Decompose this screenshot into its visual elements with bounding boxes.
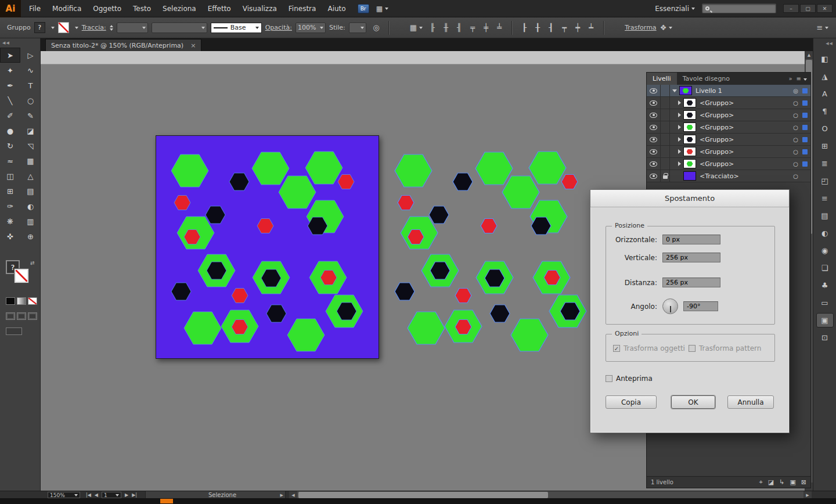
blend-tool[interactable]: ◐	[20, 199, 41, 214]
target-icon[interactable]: ○	[793, 124, 798, 131]
lock-toggle[interactable]	[661, 109, 670, 121]
expand-triangle-icon[interactable]	[678, 125, 681, 129]
zoom-tool[interactable]: ⊕	[20, 229, 41, 244]
field-input[interactable]: 256 px	[662, 253, 720, 262]
selection-indicator[interactable]	[802, 149, 808, 154]
black-hexagon[interactable]	[171, 283, 191, 300]
red-hexagon[interactable]	[338, 175, 354, 189]
distribute-center-icon[interactable]: ╂	[531, 22, 544, 34]
hand-tool[interactable]: ✜	[0, 229, 20, 244]
symbol-sprayer-tool[interactable]: ❋	[0, 214, 20, 229]
panel-opentype[interactable]: O	[816, 121, 834, 136]
selection-indicator[interactable]	[802, 161, 808, 167]
swap-fill-stroke-icon[interactable]: ⇄	[30, 260, 35, 266]
draw-behind-button[interactable]	[17, 312, 26, 320]
layer-name[interactable]: <Gruppo>	[700, 148, 793, 156]
target-icon[interactable]: ○	[793, 173, 798, 179]
perspective-grid-tool[interactable]: △	[20, 168, 41, 183]
black-hexagon-copy[interactable]	[395, 283, 415, 300]
checkbox-icon[interactable]	[606, 375, 612, 382]
green-hexagon[interactable]	[252, 152, 289, 185]
visibility-toggle[interactable]	[647, 170, 661, 182]
next-artboard-button[interactable]: ▶	[125, 492, 128, 498]
black-hexagon-copy[interactable]	[453, 173, 473, 190]
layer-row[interactable]: <Gruppo>○	[647, 146, 810, 158]
menu-file[interactable]: File	[23, 5, 46, 13]
green-hexagon[interactable]	[279, 176, 316, 208]
distribute-bottom-icon[interactable]: ┷	[585, 22, 597, 34]
align-bottom-icon[interactable]: ╧	[493, 22, 506, 34]
lock-toggle[interactable]	[661, 146, 670, 157]
paintbrush-tool[interactable]: ✐	[0, 108, 20, 123]
status-popup-icon[interactable]: ▶	[280, 493, 283, 498]
panel-graphic-styles[interactable]: ❏	[816, 261, 834, 275]
green-hexagon-copy[interactable]	[529, 152, 566, 184]
selection-indicator[interactable]	[802, 137, 808, 142]
field-input[interactable]: 256 px	[662, 278, 720, 287]
mesh-tool[interactable]: ⊞	[0, 183, 20, 199]
target-icon[interactable]: ○	[793, 112, 798, 118]
gradient-tool[interactable]: ▤	[20, 183, 41, 199]
taskbar-app-icon[interactable]	[160, 499, 173, 503]
target-icon[interactable]: ○	[793, 100, 798, 106]
red-hexagon-copy[interactable]	[481, 219, 497, 233]
menu-modifica[interactable]: Modifica	[46, 5, 87, 13]
layer-row[interactable]: <Gruppo>○	[647, 121, 810, 134]
menu-effetto[interactable]: Effetto	[202, 5, 237, 13]
green-hexagon-copy[interactable]	[511, 319, 548, 351]
layer-row[interactable]: <Gruppo>○	[647, 134, 810, 146]
panel-pathfinder[interactable]: ◰	[816, 174, 834, 188]
new-sublayer-icon[interactable]: ↳	[779, 478, 784, 486]
style-select[interactable]	[349, 23, 366, 33]
panel-links[interactable]: ⊡	[816, 330, 834, 345]
lock-toggle[interactable]	[661, 134, 670, 145]
lock-toggle[interactable]	[661, 97, 670, 109]
draw-normal-button[interactable]	[6, 312, 15, 320]
visibility-toggle[interactable]	[647, 109, 661, 121]
layer-name[interactable]: <Gruppo>	[700, 124, 793, 131]
pen-tool[interactable]: ✒	[0, 78, 20, 93]
stroke-swatch-none[interactable]	[15, 269, 28, 283]
black-hexagon[interactable]	[266, 305, 286, 322]
green-hexagon[interactable]	[184, 312, 221, 344]
opacity-select[interactable]: 100%	[296, 23, 326, 33]
green-hexagon[interactable]	[305, 152, 343, 184]
toolbar-collapse-button[interactable]: ◀◀	[0, 38, 40, 48]
red-hexagon[interactable]	[174, 196, 190, 210]
distribute-middle-icon[interactable]: ┿	[571, 22, 584, 34]
new-layer-icon[interactable]: ▣	[790, 478, 795, 486]
align-top-icon[interactable]: ╤	[466, 22, 479, 34]
selection-indicator[interactable]	[802, 100, 808, 106]
green-hexagon-copy[interactable]	[475, 152, 513, 185]
stroke-color-control[interactable]	[58, 22, 69, 33]
visibility-toggle[interactable]	[647, 158, 661, 170]
width-tool[interactable]: ≈	[0, 153, 20, 168]
layer-name[interactable]: <Gruppo>	[700, 111, 793, 119]
align-left-icon[interactable]: ╟	[426, 22, 439, 34]
column-graph-tool[interactable]: ▥	[20, 214, 41, 229]
magic-wand-tool[interactable]: ✦	[0, 63, 20, 78]
isolate-selected-button[interactable]: ❖	[660, 22, 673, 34]
red-hexagon-copy[interactable]	[561, 175, 578, 189]
selection-indicator[interactable]	[802, 88, 808, 93]
distribute-right-icon[interactable]: ┨	[545, 22, 557, 34]
panel-align[interactable]: ≣	[816, 156, 834, 171]
black-hexagon-copy[interactable]	[429, 206, 449, 224]
eyedropper-tool[interactable]: ✑	[0, 199, 20, 214]
visibility-toggle[interactable]	[647, 85, 661, 96]
black-hexagon[interactable]	[206, 206, 225, 224]
maximize-button[interactable]: ▢	[800, 4, 816, 13]
dialog-title[interactable]: Spostamento	[590, 190, 789, 207]
panel-color[interactable]: ◧	[816, 52, 834, 66]
tab-close-button[interactable]: ×	[190, 42, 196, 49]
ok-button[interactable]: OK	[671, 395, 715, 409]
align-vertical-center-icon[interactable]: ╪	[480, 22, 492, 34]
red-hexagon-copy[interactable]	[455, 289, 471, 303]
lock-toggle[interactable]	[661, 170, 670, 182]
bridge-button[interactable]: Br	[358, 4, 369, 13]
target-icon[interactable]: ○	[793, 149, 798, 155]
red-hexagon[interactable]	[257, 219, 273, 233]
pencil-tool[interactable]: ✎	[20, 108, 41, 123]
stroke-weight-stepper[interactable]	[110, 25, 113, 31]
delete-layer-icon[interactable]: ⊠	[801, 478, 806, 486]
